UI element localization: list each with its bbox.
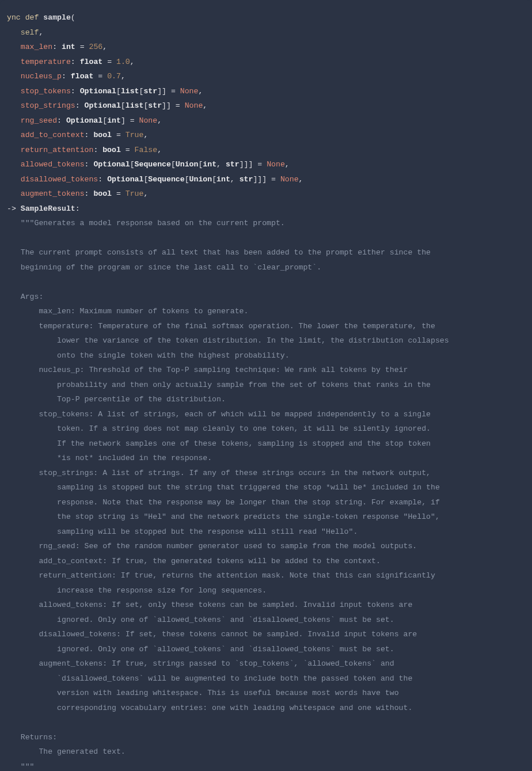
line-13: augment_tokens: bool = True, [7, 189, 148, 198]
type-float: float [80, 58, 103, 66]
line-4: temperature: float = 1.0, [7, 58, 135, 66]
doc-line: lower the variance of the token distribu… [7, 336, 449, 345]
doc-arg-add-to-context: add_to_context: If true, the generated t… [7, 557, 381, 565]
line-10: return_attention: bool = False, [7, 146, 162, 154]
doc-summary: Generates a model response based on the … [34, 219, 284, 227]
doc-line: increase the response size for long sequ… [7, 586, 267, 595]
arrow: -> [7, 204, 21, 213]
line-1: ync def sample( [7, 13, 75, 22]
doc-arg-stop-tokens: stop_tokens: A list of strings, each of … [7, 410, 431, 419]
doc-line: ignored. Only one of `allowed_tokens` an… [7, 616, 394, 624]
param-allowed-tokens: allowed_tokens [21, 160, 85, 169]
doc-line: the stop string is "Hel" and the network… [7, 512, 440, 521]
val-1-0: 1.0 [116, 58, 130, 66]
doc-line: *is not* included in the response. [7, 454, 212, 462]
doc-line: onto the single token with the highest p… [7, 351, 290, 360]
line-3: max_len: int = 256, [7, 43, 107, 51]
line-9: add_to_context: bool = True, [7, 131, 148, 139]
param-rng-seed: rng_seed [21, 116, 57, 125]
param-return-attention: return_attention [21, 146, 94, 154]
param-self: self [21, 28, 39, 37]
param-nucleus-p: nucleus_p [21, 72, 62, 81]
type-union: Union [176, 160, 199, 169]
type-sequence: Sequence [135, 160, 171, 169]
type-bool: bool [93, 131, 112, 139]
doc-returns-line: The generated text. [7, 747, 126, 756]
line-6: stop_tokens: Optional[list[str]] = None, [7, 87, 203, 96]
line-7: stop_strings: Optional[list[str]] = None… [7, 101, 207, 110]
doc-line: corresponding vocabulary entries: one wi… [7, 704, 412, 712]
kw-async-def: ync def [7, 13, 43, 22]
line-8: rng_seed: Optional[int] = None, [7, 116, 162, 125]
type-int: int [107, 116, 121, 125]
val-0-7: 0.7 [107, 72, 121, 81]
return-type: SampleResult [21, 204, 75, 213]
val-none: None [180, 87, 199, 96]
doc-line: ignored. Only one of `allowed_tokens` an… [7, 645, 394, 654]
param-disallowed-tokens: disallowed_tokens [21, 175, 98, 184]
line-2: self, [7, 28, 43, 37]
doc-line: If the network samples one of these toke… [7, 439, 431, 448]
param-max-len: max_len [21, 43, 52, 51]
doc-line: version with leading whitespace. This is… [7, 689, 399, 697]
line-11: allowed_tokens: Optional[Sequence[Union[… [7, 160, 290, 169]
line-5: nucleus_p: float = 0.7, [7, 72, 126, 81]
docstring: """Generates a model response based on t… [7, 219, 449, 771]
line-14: -> SampleResult: [7, 204, 80, 213]
doc-line: sampling is stopped but the string that … [7, 483, 440, 492]
line-12: disallowed_tokens: Optional[Sequence[Uni… [7, 175, 303, 184]
doc-arg-disallowed-tokens: disallowed_tokens: If set, these tokens … [7, 630, 417, 639]
param-temperature: temperature [21, 58, 71, 66]
doc-line: probability and then only actually sampl… [7, 381, 431, 389]
code-block: ync def sample( self, max_len: int = 256… [0, 0, 532, 771]
doc-line: The current prompt consists of all text … [7, 248, 431, 257]
type-str: str [143, 87, 157, 96]
type-list: list [121, 87, 139, 96]
doc-arg-allowed-tokens: allowed_tokens: If set, only these token… [7, 601, 412, 609]
doc-returns-header: Returns: [7, 733, 57, 742]
doc-args-header: Args: [7, 293, 43, 301]
type-float: float [71, 72, 94, 81]
type-int: int [62, 43, 75, 51]
doc-line: Top-P percentile of the distribution. [7, 395, 226, 404]
param-add-to-context: add_to_context [21, 131, 85, 139]
doc-arg-augment-tokens: augment_tokens: If true, strings passed … [7, 659, 394, 668]
type-optional: Optional [80, 87, 116, 96]
doc-line: `disallowed_tokens` will be augmented to… [7, 674, 412, 683]
doc-line: beginning of the program or since the la… [7, 263, 321, 272]
doc-arg-stop-strings: stop_strings: A list of strings. If any … [7, 469, 431, 477]
param-stop-strings: stop_strings [21, 101, 75, 110]
doc-arg-temperature: temperature: Temperature of the final so… [7, 322, 435, 331]
doc-line: response. Note that the response may be … [7, 498, 440, 507]
doc-arg-nucleus-p: nucleus_p: Threshold of the Top-P sampli… [7, 366, 408, 374]
paren-open: ( [71, 13, 75, 22]
fn-name: sample [43, 13, 70, 22]
comma: , [39, 28, 43, 37]
param-augment-tokens: augment_tokens [21, 189, 85, 198]
doc-arg-rng-seed: rng_seed: See of the random number gener… [7, 542, 417, 550]
doc-line: sampling will be stopped but the respons… [7, 527, 358, 536]
param-stop-tokens: stop_tokens [21, 87, 71, 96]
doc-open-quotes: """ [7, 219, 34, 227]
doc-close-quotes: """ [7, 762, 34, 771]
val-false: False [135, 146, 158, 154]
doc-line: token. If a string does not map cleanly … [7, 424, 431, 433]
val-256: 256 [89, 43, 102, 51]
val-true: True [126, 131, 144, 139]
doc-arg-max-len: max_len: Maximum number of tokens to gen… [7, 307, 248, 316]
doc-arg-return-attention: return_attention: If true, returns the a… [7, 571, 435, 580]
